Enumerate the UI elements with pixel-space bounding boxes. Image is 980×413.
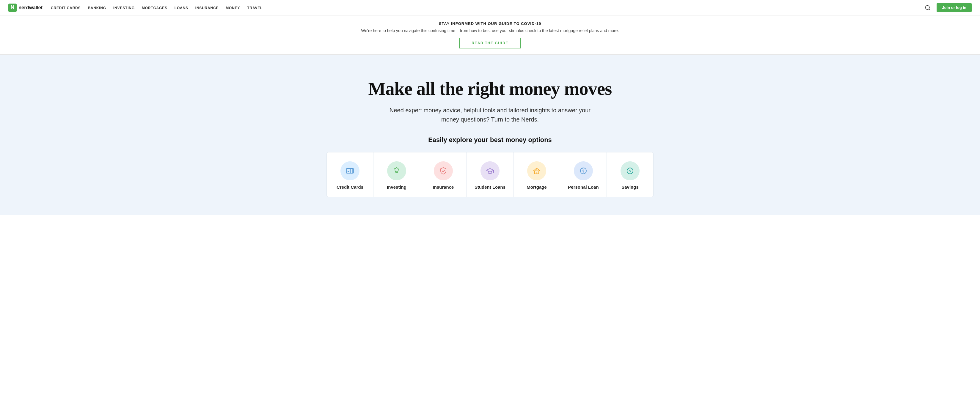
savings-label: Savings: [613, 184, 647, 189]
mortgage-icon: [532, 166, 541, 176]
explore-title: Easily explore your best money options: [6, 136, 974, 144]
credit-cards-icon: [345, 166, 355, 176]
personal-loan-icon: $: [579, 166, 588, 176]
svg-line-10: [399, 168, 399, 169]
covid-banner-title: STAY INFORMED WITH OUR GUIDE TO COVID-19: [5, 21, 975, 26]
svg-text:$: $: [582, 169, 585, 173]
nav-investing[interactable]: INVESTING: [113, 6, 135, 10]
category-personal-loan[interactable]: $ Personal Loan: [560, 152, 606, 197]
credit-cards-icon-circle: [340, 161, 360, 180]
personal-loan-label: Personal Loan: [566, 184, 601, 189]
student-loans-icon-circle: [480, 161, 500, 180]
category-investing[interactable]: Investing: [373, 152, 420, 197]
search-icon[interactable]: [924, 3, 932, 12]
insurance-icon: [439, 166, 448, 176]
student-loans-icon: [485, 166, 495, 176]
category-student-loans[interactable]: Student Loans: [466, 152, 513, 197]
hero-heading: Make all the right money moves: [6, 78, 974, 98]
categories-row: Credit Cards Investing: [326, 152, 654, 197]
savings-icon: $: [625, 166, 635, 176]
nav-travel[interactable]: TRAVEL: [247, 6, 262, 10]
join-login-button[interactable]: Join or log in: [937, 3, 972, 12]
investing-label: Investing: [379, 184, 414, 189]
mortgage-icon-circle: [527, 161, 546, 180]
mortgage-label: Mortgage: [519, 184, 554, 189]
navbar: N nerdwallet CREDIT CARDS BANKING INVEST…: [0, 0, 980, 16]
nav-insurance[interactable]: INSURANCE: [195, 6, 219, 10]
category-mortgage[interactable]: Mortgage: [513, 152, 560, 197]
insurance-icon-circle: [434, 161, 453, 180]
nav-credit-cards[interactable]: CREDIT CARDS: [51, 6, 81, 10]
nav-links: CREDIT CARDS BANKING INVESTING MORTGAGES…: [51, 5, 924, 10]
svg-rect-13: [536, 172, 537, 174]
nav-money[interactable]: MONEY: [226, 6, 240, 10]
logo[interactable]: N nerdwallet: [8, 3, 43, 12]
logo-icon: N: [8, 3, 17, 12]
insurance-label: Insurance: [426, 184, 461, 189]
personal-loan-icon-circle: $: [574, 161, 593, 180]
nav-loans[interactable]: LOANS: [175, 6, 188, 10]
read-guide-button[interactable]: READ THE GUIDE: [460, 38, 520, 48]
hero-section: Make all the right money moves Need expe…: [0, 55, 980, 215]
investing-icon: [392, 166, 401, 176]
nav-banking[interactable]: BANKING: [88, 6, 106, 10]
student-loans-label: Student Loans: [473, 184, 507, 189]
svg-line-9: [394, 168, 395, 169]
nav-right: Join or log in: [924, 3, 972, 12]
nav-mortgages[interactable]: MORTGAGES: [142, 6, 167, 10]
category-savings[interactable]: $ Savings: [606, 152, 654, 197]
covid-banner: STAY INFORMED WITH OUR GUIDE TO COVID-19…: [0, 16, 980, 55]
svg-rect-5: [350, 168, 352, 173]
category-insurance[interactable]: Insurance: [420, 152, 466, 197]
svg-rect-4: [348, 171, 349, 172]
hero-subheading: Need expert money advice, helpful tools …: [386, 106, 594, 124]
savings-icon-circle: $: [620, 161, 640, 180]
investing-icon-circle: [387, 161, 406, 180]
svg-text:$: $: [629, 169, 631, 173]
covid-banner-description: We're here to help you navigate this con…: [356, 28, 624, 33]
category-credit-cards[interactable]: Credit Cards: [326, 152, 373, 197]
logo-wordmark: nerdwallet: [18, 5, 43, 11]
credit-cards-label: Credit Cards: [333, 184, 367, 189]
svg-line-1: [929, 9, 930, 10]
